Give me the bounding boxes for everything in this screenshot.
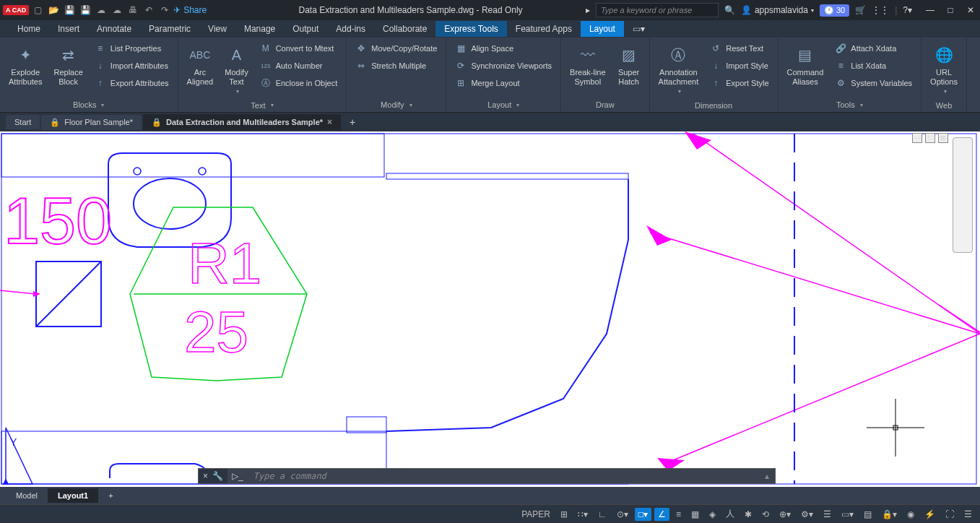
- menu-addins[interactable]: Add-ins: [327, 21, 374, 37]
- status-isolate-icon[interactable]: ◉: [903, 508, 918, 521]
- list-xdata-button[interactable]: ≡List Xdata: [831, 58, 916, 74]
- status-workspace-icon[interactable]: ⚙▾: [797, 508, 817, 521]
- merge-layout-button[interactable]: ⊞Merge Layout: [451, 75, 556, 91]
- import-attributes-button[interactable]: ↓Import Attributes: [90, 58, 173, 74]
- status-cleanscreen-icon[interactable]: ⛶: [942, 508, 958, 521]
- enclose-object-button[interactable]: ⒶEnclose in Object: [256, 75, 342, 91]
- web-open-icon[interactable]: ☁: [95, 4, 107, 16]
- status-customize-icon[interactable]: ☰: [961, 508, 976, 521]
- saveas-icon[interactable]: 💾: [79, 4, 91, 16]
- tab-model[interactable]: Model: [6, 488, 48, 503]
- modify-text-button[interactable]: AModify Text: [220, 40, 252, 98]
- menu-home[interactable]: Home: [9, 21, 49, 37]
- web-save-icon[interactable]: ☁: [111, 4, 123, 16]
- open-icon[interactable]: 📂: [48, 4, 59, 16]
- menu-overflow[interactable]: ▭▾: [624, 21, 654, 37]
- cmd-expand-icon[interactable]: ▴: [759, 471, 775, 481]
- trial-badge[interactable]: 🕐 30: [820, 4, 849, 17]
- new-tab-button[interactable]: +: [342, 113, 363, 131]
- status-units-icon[interactable]: ▭▾: [838, 508, 857, 521]
- attach-xdata-button[interactable]: 🔗Attach Xdata: [831, 40, 916, 56]
- panel-layout-title[interactable]: Layout: [449, 99, 558, 111]
- tab-floor-plan[interactable]: 🔒Floor Plan Sample*: [41, 115, 142, 130]
- command-aliases-button[interactable]: ▤Command Aliases: [783, 40, 828, 90]
- status-snap-icon[interactable]: ∷▾: [574, 508, 591, 521]
- cmd-customize-icon[interactable]: 🔧: [212, 471, 223, 481]
- move-copy-rotate-button[interactable]: ✥Move/Copy/Rotate: [351, 40, 441, 56]
- menu-layout[interactable]: Layout: [581, 21, 624, 37]
- explode-attributes-button[interactable]: ✦Explode Attributes: [4, 40, 46, 90]
- status-annoscale-icon[interactable]: 人: [722, 506, 738, 522]
- align-space-button[interactable]: ▦Align Space: [451, 40, 556, 56]
- status-annovis-icon[interactable]: ✱: [741, 508, 755, 521]
- status-polar-icon[interactable]: ⊙▾: [613, 508, 632, 521]
- tab-layout1[interactable]: Layout1: [48, 488, 98, 503]
- help-icon[interactable]: ?▾: [903, 5, 912, 15]
- status-transparency-icon[interactable]: ▦: [688, 508, 703, 521]
- list-properties-button[interactable]: ≡List Properties: [90, 40, 173, 56]
- menu-parametric[interactable]: Parametric: [140, 21, 199, 37]
- status-scale-icon[interactable]: ⊕▾: [776, 508, 794, 521]
- system-variables-button[interactable]: ⚙System Variables: [831, 75, 916, 91]
- cmd-close-icon[interactable]: ×: [203, 471, 208, 481]
- tab-data-extraction[interactable]: 🔒Data Extraction and Multileaders Sample…: [143, 114, 341, 130]
- menu-manage[interactable]: Manage: [235, 21, 284, 37]
- super-hatch-button[interactable]: ▨Super Hatch: [613, 40, 645, 90]
- search-input[interactable]: Type a keyword or phrase: [596, 3, 719, 17]
- export-style-button[interactable]: ↑Export Style: [706, 75, 773, 91]
- status-ortho-icon[interactable]: ∟: [594, 508, 610, 521]
- panel-blocks-title[interactable]: Blocks: [3, 99, 175, 111]
- app-switcher-icon[interactable]: ⋮⋮: [872, 5, 889, 15]
- panel-modify-title[interactable]: Modify: [350, 99, 443, 111]
- status-osnap-icon[interactable]: □▾: [635, 508, 651, 521]
- status-paper[interactable]: PAPER: [518, 508, 554, 521]
- menu-output[interactable]: Output: [284, 21, 327, 37]
- redo-icon[interactable]: ↷: [159, 4, 170, 16]
- panel-text-title[interactable]: Text: [181, 100, 344, 111]
- user-menu[interactable]: 👤appsmalavida▾: [741, 5, 814, 15]
- vp-close-icon[interactable]: ⊠: [938, 133, 948, 143]
- reset-text-button[interactable]: ↺Reset Text: [706, 40, 773, 56]
- status-monitor-icon[interactable]: ☰: [820, 508, 835, 521]
- undo-icon[interactable]: ↶: [143, 4, 155, 16]
- vp-maximize-icon[interactable]: □: [925, 133, 935, 143]
- sync-viewports-button[interactable]: ⟳Synchronize Viewports: [451, 58, 556, 74]
- status-lock-icon[interactable]: 🔒▾: [878, 508, 901, 521]
- maximize-button[interactable]: □: [944, 4, 957, 17]
- search-trigger-icon[interactable]: ▸: [586, 5, 590, 15]
- status-hardware-icon[interactable]: ⚡: [921, 508, 939, 521]
- drawing-canvas[interactable]: 150 R1 25 Y — □ ⊠ × 🔧: [0, 131, 980, 487]
- auto-number-button[interactable]: 123Auto Number: [256, 58, 342, 74]
- minimize-button[interactable]: —: [924, 4, 937, 17]
- status-grid-icon[interactable]: ⊞: [557, 508, 571, 521]
- import-style-button[interactable]: ↓Import Style: [706, 58, 773, 74]
- annotation-attachment-button[interactable]: ⒶAnnotation Attachment: [654, 40, 703, 98]
- search-icon[interactable]: 🔍: [724, 5, 735, 15]
- breakline-button[interactable]: 〰Break-line Symbol: [565, 40, 610, 90]
- panel-tools-title[interactable]: Tools: [781, 99, 919, 111]
- convert-mtext-button[interactable]: MConvert to Mtext: [256, 40, 342, 56]
- status-annoauto-icon[interactable]: ⟲: [758, 508, 773, 521]
- menu-view[interactable]: View: [199, 21, 235, 37]
- share-button[interactable]: ✈ Share: [173, 5, 207, 15]
- cart-icon[interactable]: 🛒: [855, 5, 866, 15]
- menu-annotate[interactable]: Annotate: [88, 21, 140, 37]
- status-lineweight-icon[interactable]: ≡: [672, 508, 685, 521]
- status-cycling-icon[interactable]: ◈: [706, 508, 719, 521]
- tab-close-icon[interactable]: ×: [327, 117, 332, 127]
- stretch-multiple-button[interactable]: ⇔Stretch Multiple: [351, 58, 441, 74]
- export-attributes-button[interactable]: ↑Export Attributes: [90, 75, 173, 91]
- status-otrack-icon[interactable]: ∠: [654, 508, 669, 521]
- navigation-bar[interactable]: [953, 137, 973, 253]
- status-quickprops-icon[interactable]: ▤: [860, 508, 875, 521]
- menu-featured-apps[interactable]: Featured Apps: [507, 21, 581, 37]
- arc-aligned-button[interactable]: ABCArc Aligned: [183, 40, 218, 90]
- tab-start[interactable]: Start: [6, 115, 40, 129]
- command-line[interactable]: × 🔧 ▷_ Type a command ▴: [198, 468, 776, 484]
- save-icon[interactable]: 💾: [64, 4, 75, 16]
- vp-minimize-icon[interactable]: —: [912, 133, 922, 143]
- new-icon[interactable]: ▢: [32, 4, 43, 16]
- url-options-button[interactable]: 🌐URL Options: [926, 40, 962, 98]
- menu-express-tools[interactable]: Express Tools: [435, 21, 506, 37]
- menu-collaborate[interactable]: Collaborate: [374, 21, 435, 37]
